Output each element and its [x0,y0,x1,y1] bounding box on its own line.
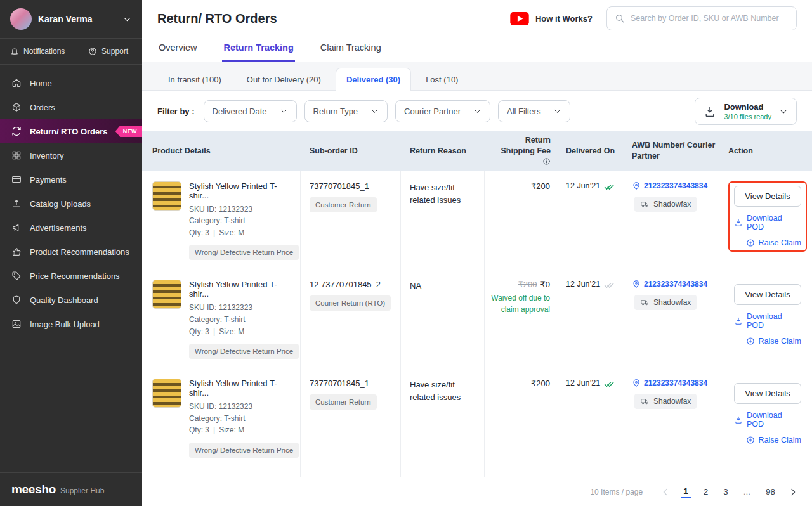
page-button[interactable]: ... [741,486,753,498]
sidebar-item-home[interactable]: Home [0,71,142,95]
sidebar-item-inventory[interactable]: Inventory [0,143,142,167]
download-icon [734,415,743,424]
page-button[interactable]: 2 [701,486,711,498]
location-pin-icon [632,280,641,289]
return-icon [11,126,22,136]
filter-dropdown[interactable]: Courier Partner [395,100,490,122]
download-pod-link[interactable]: Download POD [734,214,801,231]
sidebar-item-orders[interactable]: Orders [0,95,142,119]
raise-claim-link[interactable]: Raise Claim [746,238,801,247]
delivered-on-cell: 12 Jun’21 [558,171,624,269]
double-check-icon [603,281,615,290]
awb-number-link[interactable]: 212323374343834 [632,181,716,190]
search-box [606,6,797,30]
sidebar-item-advertisements[interactable]: Advertisements [0,216,142,240]
search-icon [615,13,625,23]
page-button[interactable]: 1 [681,485,691,498]
subtab[interactable]: In transit (100) [157,68,232,91]
product-image [152,280,181,309]
sidebar-item-catalog-uploads[interactable]: Catalog Uploads [0,191,142,216]
tab[interactable]: Return Tracking [222,37,294,62]
user-name: Karan Verma [38,14,93,24]
page-button[interactable]: 98 [763,486,778,498]
page-button[interactable]: 3 [721,486,731,498]
download-icon [734,316,743,325]
column-header-return-reason: Return Reason [401,142,485,160]
avatar [10,8,32,30]
view-details-button[interactable]: View Details [734,284,801,305]
sidebar-item-image-bulk-upload[interactable]: Image Bulk Upload [0,312,142,336]
sidebar-item-product-recommendations[interactable]: Product Recommendations [0,240,142,264]
plus-circle-icon [746,337,755,346]
youtube-icon[interactable] [510,12,529,25]
notifications-label: Notifications [23,47,65,56]
awb-number-link[interactable]: 212323374343834 [632,379,716,387]
product-category: Category: T-shirt [189,413,290,425]
search-input[interactable] [631,14,789,23]
user-menu[interactable]: Karan Verma [0,0,142,39]
column-header-product-details: Product Details [142,142,301,160]
how-it-works-link[interactable]: How it Works? [535,14,593,23]
support-label: Support [102,47,128,56]
action-group: View Details Download POD Raise Claim [728,181,807,252]
sidebar-item-return-rto-orders[interactable]: Return/ RTO Orders NEW [0,119,142,143]
notifications-button[interactable]: Notifications [0,39,79,64]
page-title: Return/ RTO Orders [157,11,277,26]
product-details-cell: Stylish Yellow Printed T-shir... SKU ID:… [142,269,301,368]
return-type-badge: Customer Return [310,394,377,410]
product-category: Category: T-shirt [189,314,290,326]
suborder-id: 73770701845_1 [310,379,391,388]
filter-dropdown[interactable]: Return Type [304,100,388,122]
product-category: Category: T-shirt [189,215,290,227]
double-check-icon [603,380,615,389]
raise-claim-link[interactable]: Raise Claim [746,436,801,444]
product-qty-size: Qty: 3|Size: M [189,326,290,338]
product-sku: SKU ID: 12132323 [189,204,290,216]
tab[interactable]: Claim Tracking [319,37,383,62]
column-header-delivered-on: Delivered On [558,142,624,160]
chevron-down-icon [370,107,379,115]
product-details-cell: Stylish Yellow Printed T-shir... SKU ID:… [142,368,301,467]
prev-page-icon[interactable] [660,487,671,497]
separator: | [213,327,215,336]
separator: | [213,425,215,434]
awb-cell: 212323374343834 Shadowfax [624,368,723,467]
sidebar-item-payments[interactable]: Payments [0,167,142,191]
tab[interactable]: Overview [157,37,198,62]
download-pod-link[interactable]: Download POD [734,312,801,330]
subtab[interactable]: Lost (10) [415,68,469,91]
download-label: Download [724,102,771,112]
download-icon [704,105,716,118]
info-icon[interactable] [542,157,551,165]
view-details-button[interactable]: View Details [734,383,801,404]
price-tag-icon [11,271,22,281]
question-circle-icon [88,47,97,56]
filter-dropdown[interactable]: All Filters [498,100,570,122]
awb-cell: 212323374343834 Shadowfax [624,269,723,368]
table-header: Product Details Sub-order ID Return Reas… [142,131,812,171]
action-cell: View Details Download POD Raise Claim [723,368,812,467]
awb-number-link[interactable]: 212323374343834 [632,280,716,289]
filter-dropdown[interactable]: Delivered Date [204,100,297,122]
action-cell: View Details Download POD Raise Claim [723,467,812,477]
download-button[interactable]: Download 3/10 files ready [695,98,797,125]
download-pod-link[interactable]: Download POD [734,411,801,429]
logo-suffix: Supplier Hub [60,486,104,495]
support-button[interactable]: Support [79,39,142,64]
return-price-tag: Wrong/ Defective Return Price [189,344,299,359]
raise-claim-link[interactable]: Raise Claim [746,337,801,346]
view-details-button[interactable]: View Details [734,186,801,207]
column-header-action: Action [723,142,812,160]
product-qty-size: Qty: 3|Size: M [189,227,290,239]
fee-amount: ₹0 [540,280,550,289]
sidebar-item-price-recommendations[interactable]: Price Recommendations [0,264,142,288]
return-reason: Have size/fit related issues [401,467,485,477]
product-qty-size: Qty: 3|Size: M [189,424,290,436]
sidebar-item-quality-dashboard[interactable]: Quality Dashboard [0,288,142,312]
chevron-down-icon [473,107,481,115]
product-image [152,379,181,408]
subtab[interactable]: Out for Delivery (20) [236,68,332,91]
next-page-icon[interactable] [788,487,798,497]
subtab[interactable]: Delivered (30) [336,68,411,91]
return-type-badge: Courier Return (RTO) [310,295,391,311]
